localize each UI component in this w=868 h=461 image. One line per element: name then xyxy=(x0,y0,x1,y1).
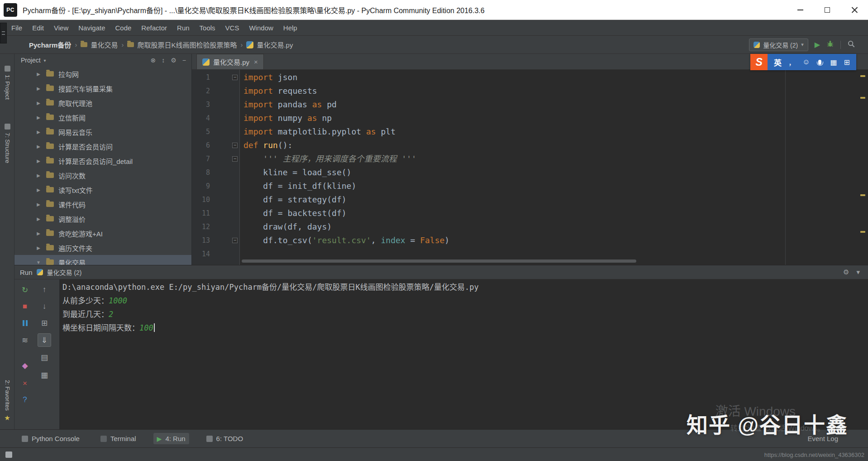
toolwindow-button-4-run[interactable]: ▶4: Run xyxy=(153,433,189,444)
code-editor[interactable]: 1−import json2import requests3import pan… xyxy=(192,70,868,265)
tree-item[interactable]: ▶计算是否会员访问_detail xyxy=(14,154,191,168)
tree-item[interactable]: ▶立信新闻 xyxy=(14,110,191,125)
mic-icon[interactable] xyxy=(818,60,821,65)
code-token: draw(df, days) xyxy=(243,222,332,231)
stripe-button-7-structure[interactable]: 7: Structure xyxy=(0,124,14,163)
close-window-button[interactable] xyxy=(841,0,868,19)
close-tab-icon[interactable]: × xyxy=(254,58,258,66)
menu-item-refactor[interactable]: Refactor xyxy=(136,20,172,35)
restore-layout-button[interactable]: ⊞ xyxy=(38,316,51,330)
sogou-logo-icon[interactable]: S xyxy=(750,54,768,70)
toolbox-icon[interactable]: ⊞ xyxy=(844,58,850,67)
code-token: matplotlib.pyplot xyxy=(273,127,366,136)
menu-item-file[interactable]: File xyxy=(6,20,27,35)
menu-item-tools[interactable]: Tools xyxy=(195,20,220,35)
menu-item-help[interactable]: Help xyxy=(278,20,302,35)
docked-tool-icon[interactable] xyxy=(0,23,7,43)
fold-icon[interactable]: − xyxy=(232,75,238,80)
editor-tab[interactable]: 量化交易.py × xyxy=(196,54,264,69)
keyboard-icon[interactable]: ▦ xyxy=(830,58,837,67)
icon-glyph: ⇓ xyxy=(41,336,48,345)
tree-item[interactable]: ▶课件代码 xyxy=(14,197,191,211)
tree-item-label: 课件代码 xyxy=(58,200,86,209)
toolwindow-button-python-console[interactable]: Python Console xyxy=(18,433,83,444)
tree-item[interactable]: ▶贪吃蛇游戏+AI xyxy=(14,226,191,240)
console-input: 1000 xyxy=(109,296,127,305)
tool-window-icon xyxy=(5,66,10,72)
tree-item-label: 网易云音乐 xyxy=(58,127,92,137)
stripe-button-2-favorites[interactable]: 2: Favorites★ xyxy=(0,380,14,422)
horizontal-scrollbar[interactable] xyxy=(242,259,636,263)
close-button[interactable]: × xyxy=(18,377,32,390)
help-button[interactable]: ? xyxy=(18,393,32,407)
tree-item[interactable]: ▼量化交易 xyxy=(14,255,191,265)
run-toolbar: ↻■≋◆×?↑↓⊞⇓▤▦ xyxy=(14,279,60,429)
collapse-all-icon[interactable]: ⊗ xyxy=(151,57,156,64)
punctuation-icon[interactable]: ， xyxy=(788,57,796,67)
console-output[interactable]: D:\anaconda\python.exe E:/py_shiyan/Pych… xyxy=(60,279,868,429)
settings-icon[interactable]: ⚙ xyxy=(843,268,849,276)
breadcrumb-item[interactable]: 量化交易.py xyxy=(246,40,293,49)
tree-item[interactable]: ▶搜狐汽车销量采集 xyxy=(14,81,191,96)
smiley-icon[interactable]: ☺ xyxy=(802,58,810,66)
event-log-button[interactable]: Event Log xyxy=(807,435,838,442)
search-everywhere-button[interactable] xyxy=(847,40,855,50)
chevron-down-icon[interactable]: ▾ xyxy=(44,58,46,63)
settings-icon[interactable]: ⚙ xyxy=(171,57,176,64)
pause-button[interactable] xyxy=(18,316,32,330)
left-tool-stripe: 1: Project7: Structure2: Favorites★ xyxy=(0,54,14,429)
ime-language-toggle[interactable]: 英 xyxy=(774,57,782,68)
maximize-button[interactable] xyxy=(814,0,841,19)
menu-item-run[interactable]: Run xyxy=(172,20,195,35)
tree-item-label: 调整溢价 xyxy=(58,214,86,224)
soft-wrap-button[interactable]: ≋ xyxy=(18,333,32,347)
debug-button[interactable] xyxy=(826,40,834,49)
tree-item[interactable]: ▶访问次数 xyxy=(14,168,191,182)
clear-all-button[interactable]: ▦ xyxy=(38,368,51,382)
hide-panel-icon[interactable]: ▾ xyxy=(856,268,860,276)
star-icon: ★ xyxy=(4,414,10,422)
chevron-collapsed-icon: ▶ xyxy=(35,187,42,192)
menu-item-window[interactable]: Window xyxy=(244,20,278,35)
scroll-to-end-button[interactable]: ⇓ xyxy=(38,333,51,347)
stripe-button-1-project[interactable]: 1: Project xyxy=(0,66,14,100)
stop-button[interactable]: ■ xyxy=(18,300,32,313)
fold-icon[interactable]: − xyxy=(232,238,238,243)
breadcrumb-item[interactable]: 量化交易 xyxy=(81,40,118,49)
tree-item[interactable]: ▶网易云音乐 xyxy=(14,125,191,139)
code-text: import pandas as pd xyxy=(240,98,337,111)
menu-item-vcs[interactable]: VCS xyxy=(220,20,244,35)
toolwindow-toggle-icon[interactable] xyxy=(5,451,12,458)
tree-item[interactable]: ▶读写txt文件 xyxy=(14,182,191,197)
menu-item-navigate[interactable]: Navigate xyxy=(73,20,110,35)
scroll-from-source-icon[interactable]: ↕ xyxy=(162,57,165,64)
toolwindow-button-terminal[interactable]: Terminal xyxy=(97,433,140,444)
run-panel-body: ↻■≋◆×?↑↓⊞⇓▤▦ D:\anaconda\python.exe E:/p… xyxy=(14,279,868,429)
tree-item[interactable]: ▶遍历文件夹 xyxy=(14,240,191,255)
up-stack-button[interactable]: ↑ xyxy=(38,283,51,297)
rerun-button[interactable]: ↻ xyxy=(18,283,32,297)
breadcrumb-item[interactable]: 爬取股票日K线画图检验股票策略 xyxy=(127,40,237,49)
minimize-icon xyxy=(797,10,803,10)
tree-item[interactable]: ▶爬取代理池 xyxy=(14,96,191,110)
print-button[interactable]: ▤ xyxy=(38,351,51,364)
minimize-button[interactable] xyxy=(787,0,814,19)
tree-item[interactable]: ▶计算是否会员访问 xyxy=(14,139,191,154)
toolwindow-button-6-todo[interactable]: 6: TODO xyxy=(203,433,247,444)
icon-glyph: ↑ xyxy=(43,285,47,294)
tree-item[interactable]: ▶拉勾网 xyxy=(14,67,191,81)
menu-item-edit[interactable]: Edit xyxy=(27,20,49,35)
menu-item-view[interactable]: View xyxy=(49,20,73,35)
fold-icon[interactable]: − xyxy=(232,156,238,162)
tree-item[interactable]: ▶调整溢价 xyxy=(14,211,191,226)
fold-icon[interactable]: − xyxy=(232,143,238,148)
chevron-collapsed-icon: ▶ xyxy=(35,158,42,163)
breadcrumb-item[interactable]: Pycharm备份 xyxy=(29,40,71,49)
pin-button[interactable]: ◆ xyxy=(18,359,32,372)
fold-column xyxy=(210,84,240,98)
run-config-selector[interactable]: 量化交易 (2) ▾ xyxy=(749,38,808,51)
down-stack-button[interactable]: ↓ xyxy=(38,300,51,313)
menu-item-code[interactable]: Code xyxy=(110,20,136,35)
run-button[interactable]: ▶ xyxy=(815,40,820,49)
hide-panel-icon[interactable]: − xyxy=(182,57,186,64)
